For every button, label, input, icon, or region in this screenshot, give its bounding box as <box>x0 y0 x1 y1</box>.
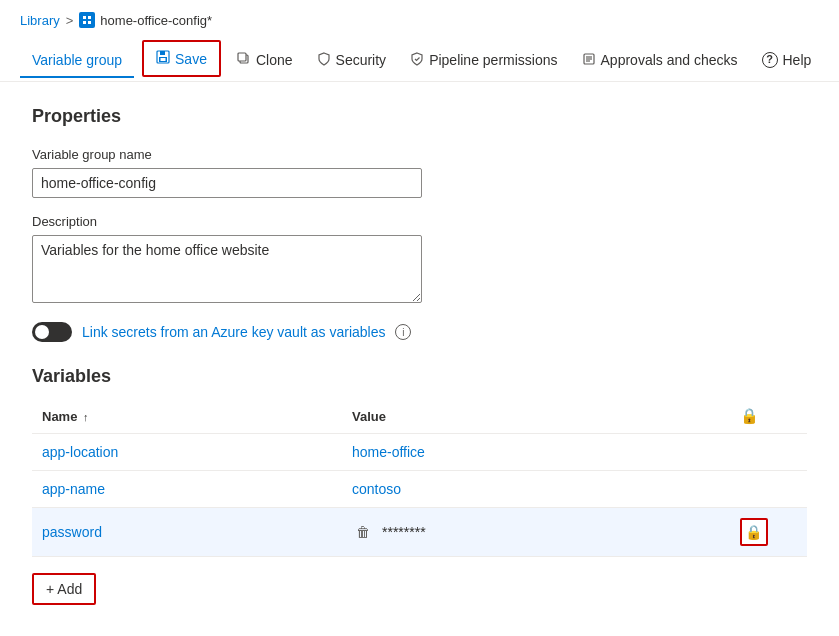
variables-title: Variables <box>32 366 807 387</box>
breadcrumb-separator: > <box>66 13 74 28</box>
toggle-thumb <box>35 325 49 339</box>
security-button[interactable]: Security <box>305 44 399 79</box>
variable-lock-cell: 🔒 <box>730 508 808 557</box>
lock-variable-button[interactable]: 🔒 <box>740 518 768 546</box>
column-header-value: Value <box>342 399 730 434</box>
lock-header-icon: 🔒 <box>740 407 759 424</box>
clone-label: Clone <box>256 52 293 68</box>
variable-value-cell: 🗑******** <box>342 508 730 557</box>
svg-rect-3 <box>88 21 91 24</box>
variable-name-cell[interactable]: app-location <box>32 434 342 471</box>
toggle-row: Link secrets from an Azure key vault as … <box>32 322 807 342</box>
variable-group-icon <box>79 12 95 28</box>
clone-icon <box>237 52 251 69</box>
pipeline-permissions-label: Pipeline permissions <box>429 52 557 68</box>
table-row: password🗑********🔒 <box>32 508 807 557</box>
security-icon <box>317 52 331 69</box>
breadcrumb-current-page: home-office-config* <box>100 13 212 28</box>
tab-variable-group[interactable]: Variable group <box>20 44 134 78</box>
svg-rect-1 <box>88 16 91 19</box>
variable-group-name-input[interactable] <box>32 168 422 198</box>
clone-button[interactable]: Clone <box>225 44 305 79</box>
save-label: Save <box>175 51 207 67</box>
variable-group-name-label: Variable group name <box>32 147 807 162</box>
approvals-checks-button[interactable]: Approvals and checks <box>570 44 750 79</box>
variable-lock-cell <box>730 471 808 508</box>
key-vault-toggle[interactable] <box>32 322 72 342</box>
help-label: Help <box>783 52 812 68</box>
variables-table: Name ↑ Value 🔒 app-locationhome-officeap… <box>32 399 807 557</box>
description-field: Description Variables for the home offic… <box>32 214 807 306</box>
save-button[interactable]: Save <box>142 40 221 77</box>
variable-name-cell[interactable]: app-name <box>32 471 342 508</box>
variables-section: Variables Name ↑ Value 🔒 app-locationhom… <box>32 366 807 605</box>
variable-group-name-field: Variable group name <box>32 147 807 198</box>
properties-title: Properties <box>32 106 807 127</box>
svg-rect-2 <box>83 21 86 24</box>
save-icon <box>156 50 170 67</box>
table-row: app-namecontoso <box>32 471 807 508</box>
properties-section: Properties Variable group name Descripti… <box>32 106 807 342</box>
info-icon[interactable]: i <box>395 324 411 340</box>
column-header-name: Name ↑ <box>32 399 342 434</box>
variable-value-cell: contoso <box>342 471 730 508</box>
svg-rect-7 <box>161 58 166 61</box>
security-label: Security <box>336 52 387 68</box>
breadcrumb: Library > home-office-config* <box>0 0 839 36</box>
add-variable-button[interactable]: + Add <box>32 573 96 605</box>
variable-value-text: ******** <box>382 524 426 540</box>
toggle-label[interactable]: Link secrets from an Azure key vault as … <box>82 324 385 340</box>
help-button[interactable]: ? Help <box>750 44 824 78</box>
toggle-track <box>32 322 72 342</box>
pipeline-permissions-button[interactable]: Pipeline permissions <box>398 44 569 79</box>
variable-lock-cell <box>730 434 808 471</box>
variables-header-row: Name ↑ Value 🔒 <box>32 399 807 434</box>
pipeline-icon <box>410 52 424 69</box>
description-input[interactable]: Variables for the home office website <box>32 235 422 303</box>
help-icon: ? <box>762 52 778 68</box>
table-row: app-locationhome-office <box>32 434 807 471</box>
toolbar: Variable group Save Clone Securi <box>0 36 839 82</box>
svg-rect-5 <box>160 51 165 55</box>
column-header-lock: 🔒 <box>730 399 808 434</box>
approvals-icon <box>582 52 596 69</box>
svg-rect-9 <box>238 53 246 61</box>
delete-variable-icon[interactable]: 🗑 <box>352 520 374 544</box>
description-label: Description <box>32 214 807 229</box>
main-content: Properties Variable group name Descripti… <box>0 82 839 629</box>
tab-variable-group-label: Variable group <box>32 52 122 68</box>
variable-name-cell[interactable]: password <box>32 508 342 557</box>
svg-rect-0 <box>83 16 86 19</box>
variable-value-cell: home-office <box>342 434 730 471</box>
sort-arrow-icon: ↑ <box>83 411 89 423</box>
breadcrumb-library-link[interactable]: Library <box>20 13 60 28</box>
approvals-checks-label: Approvals and checks <box>601 52 738 68</box>
